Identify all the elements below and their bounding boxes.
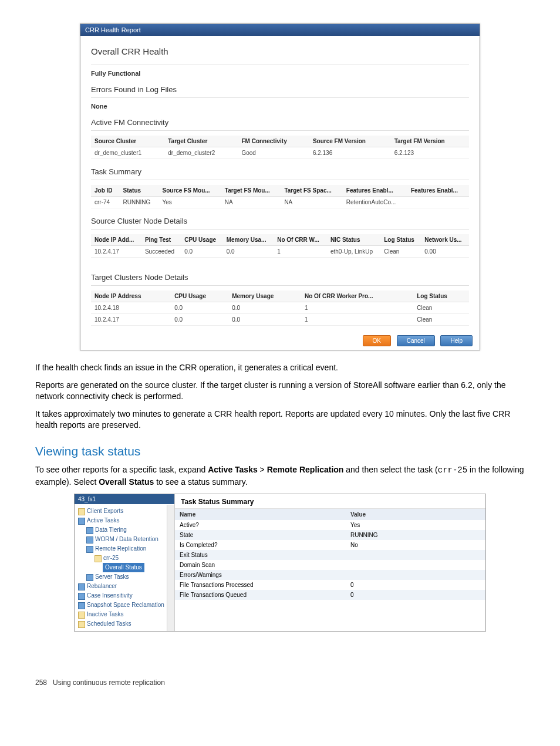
overall-health-value: Fully Functional (91, 70, 469, 77)
tree-item-server-tasks[interactable]: Server Tasks (78, 572, 173, 582)
page-number: 258 (35, 679, 47, 687)
table-row: dr_demo_cluster1 dr_demo_cluster2 Good 6… (91, 147, 469, 159)
kv-header-value: Value (346, 509, 485, 520)
tree-item-overall-status[interactable]: Overall Status (78, 563, 173, 572)
task-status-summary-panel: 43_fs1 Client Exports Active Tasks Data … (74, 494, 486, 632)
navigation-tree: 43_fs1 Client Exports Active Tasks Data … (75, 494, 175, 631)
section-overall-health: Overall CRR Health (91, 46, 469, 56)
tree-item-remote-replication[interactable]: Remote Replication (78, 544, 173, 553)
cancel-button[interactable]: Cancel (397, 335, 435, 346)
tree-item-data-tiering[interactable]: Data Tiering (78, 525, 173, 535)
fm-th-0: Source Cluster (91, 136, 164, 147)
server-icon (86, 574, 93, 581)
replication-icon (86, 546, 93, 553)
tree-item-active-tasks[interactable]: Active Tasks (78, 516, 173, 525)
tree-item-client-exports[interactable]: Client Exports (78, 507, 173, 516)
body-text: If the health check finds an issue in th… (35, 362, 525, 431)
tree-header: 43_fs1 (75, 494, 174, 504)
table-row: Errors/Warnings (175, 570, 485, 580)
table-row: 10.2.4.17 Succeeded 0.0 0.0 1 eth0-Up, L… (91, 246, 469, 258)
fm-connectivity-table: Source Cluster Target Cluster FM Connect… (91, 136, 469, 159)
ok-button[interactable]: OK (363, 335, 391, 346)
tree-item-inactive-tasks[interactable]: Inactive Tasks (78, 610, 173, 619)
kv-header-name: Name (175, 509, 346, 520)
target-node-table: Node IP Address CPU Usage Memory Usage N… (91, 291, 469, 326)
section-source-nodes: Source Cluster Node Details (91, 217, 469, 225)
section-errors: Errors Found in Log Files (91, 85, 469, 94)
table-row: Exit Status (175, 550, 485, 560)
snapshot-icon (78, 602, 85, 609)
folder-icon (78, 508, 85, 515)
paragraph: To see other reports for a specific task… (35, 464, 525, 488)
table-row: 10.2.4.17 0.0 0.0 1 Clean (91, 314, 469, 326)
table-row: File Transactions Queued0 (175, 590, 485, 600)
table-row: Active?Yes (175, 520, 485, 530)
fm-th-4: Target FM Version (391, 136, 469, 147)
table-row: StateRUNNING (175, 530, 485, 540)
folder-icon (78, 612, 85, 619)
tree-item-case-insensitivity[interactable]: Case Insensitivity (78, 591, 173, 600)
section-task-summary: Task Summary (91, 167, 469, 176)
paragraph: If the health check finds an issue in th… (35, 362, 525, 374)
table-row: File Transactions Processed0 (175, 580, 485, 590)
section-fm-connectivity: Active FM Connectivity (91, 118, 469, 127)
fm-th-3: Source FM Version (309, 136, 391, 147)
page-footer: 258 Using continuous remote replication (35, 679, 525, 687)
arrow-icon (86, 527, 93, 534)
table-row: Domain Scan (175, 560, 485, 570)
heading-viewing-task-status: Viewing task status (35, 444, 525, 458)
crr-health-report-dialog: CRR Health Report Overall CRR Health Ful… (80, 23, 480, 350)
paragraph: It takes approximately two minutes to ge… (35, 409, 525, 431)
paragraph: Reports are generated on the source clus… (35, 380, 525, 403)
table-row: Is Completed?No (175, 540, 485, 550)
task-status-table: Name Value Active?Yes StateRUNNING Is Co… (175, 509, 485, 600)
task-icon (95, 555, 102, 562)
table-row: 10.2.4.18 0.0 0.0 1 Clean (91, 302, 469, 314)
tree-item-rebalancer[interactable]: Rebalancer (78, 582, 173, 591)
minus-icon (78, 518, 85, 525)
case-icon (78, 593, 85, 600)
footer-label: Using continuous remote replication (53, 679, 165, 687)
source-node-table: Node IP Add... Ping Test CPU Usage Memor… (91, 234, 469, 258)
tree-item-snapshot-reclamation[interactable]: Snapshot Space Reclamation (78, 600, 173, 610)
tree-item-worm[interactable]: WORM / Data Retention (78, 535, 173, 544)
rebalancer-icon (78, 583, 85, 590)
tree-item-scheduled-tasks[interactable]: Scheduled Tasks (78, 619, 173, 629)
task-summary-table: Job ID Status Source FS Mou... Target FS… (91, 185, 469, 208)
dialog-title: CRR Health Report (80, 24, 480, 36)
errors-value: None (91, 103, 469, 110)
fm-th-2: FM Connectivity (238, 136, 309, 147)
table-row: crr-74 RUNNING Yes NA NA RetentionAutoCo… (91, 197, 469, 208)
scrollbar[interactable] (167, 505, 174, 631)
help-button[interactable]: Help (440, 335, 473, 346)
tree-item-crr25[interactable]: crr-25 (78, 553, 173, 563)
panel-title: Task Status Summary (175, 494, 485, 509)
lock-icon (86, 536, 93, 544)
section-target-nodes: Target Clusters Node Details (91, 273, 469, 282)
folder-icon (78, 621, 85, 628)
fm-th-1: Target Cluster (164, 136, 238, 147)
